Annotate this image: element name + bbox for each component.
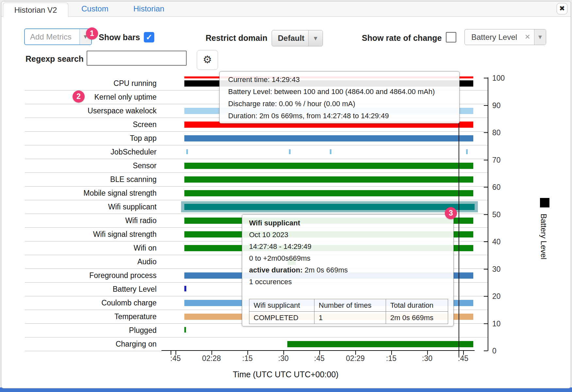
timeline-bar[interactable]: [466, 149, 468, 154]
tooltip-table-cell: 2m 0s 669ms: [386, 312, 448, 324]
row-label-ble-scanning: BLE scanning: [1, 172, 157, 186]
timeline-bar[interactable]: [184, 163, 473, 169]
y-tick: [484, 269, 488, 270]
timeline-bar[interactable]: [184, 135, 473, 141]
row-label-battery-level: Battery Level: [1, 282, 157, 296]
y-tick: [484, 296, 488, 297]
row-label-sensor: Sensor: [1, 159, 157, 172]
y-tick: [484, 160, 488, 160]
tooltip-offset-range: 0 to +2m00s669ms: [249, 253, 450, 264]
y-tick: [484, 323, 488, 324]
timeline-bar[interactable]: [287, 341, 473, 347]
y-tick-label: 90: [492, 101, 501, 110]
row-label-coulomb-charge: Coulomb charge: [1, 296, 157, 310]
x-tick-label: :15: [242, 354, 253, 363]
tooltip-occurrences: 1 occurences: [249, 276, 450, 288]
app-panel: Historian V2 Custom Historian ✖ Add Metr…: [1, 1, 571, 388]
tooltip-line: Battery Level: between 100 and 100 (4864…: [228, 86, 456, 98]
row-label-temperature: Temperature: [1, 310, 157, 323]
tooltip-table-cell: COMPLETED: [249, 312, 314, 324]
y-tick-label: 60: [492, 183, 501, 192]
y-tick-label: 40: [492, 237, 501, 246]
row-label-top-app: Top app: [1, 131, 157, 145]
row-label-mobile-signal-strength: Mobile signal strength: [1, 186, 157, 200]
row-label-charging-on: Charging on: [1, 337, 157, 351]
y-tick-label: 30: [492, 265, 501, 273]
y-tick-label: 10: [492, 319, 501, 328]
legend-label: Battery Level: [539, 214, 548, 259]
timeline-bar[interactable]: [330, 149, 331, 154]
tooltip-date: Oct 10 2023: [249, 229, 450, 241]
y-tick: [484, 214, 488, 215]
tooltip-table: Wifi supplicantNumber of timesTotal dura…: [249, 299, 448, 324]
y-tick-label: 0: [492, 347, 496, 355]
tooltip-line: Current time: 14:29:43: [228, 74, 456, 86]
legend-swatch: [540, 198, 549, 207]
row-label-wifi-signal-strength: Wifi signal strength: [1, 227, 157, 241]
row-label-wifi-supplicant: Wifi supplicant: [1, 200, 157, 214]
row-label-screen: Screen: [1, 118, 157, 131]
x-tick-label: 02:29: [346, 354, 365, 363]
timeline-bar[interactable]: [184, 176, 473, 183]
row-label-wifi-on: Wifi on: [1, 241, 157, 255]
x-tick-label: :30: [422, 354, 432, 363]
tooltip-active-duration: active duration: 2m 0s 669ms: [249, 264, 450, 276]
timeline-bar[interactable]: [184, 190, 473, 196]
x-tick-label: :45: [170, 354, 181, 363]
timeline-chart: CPU runningKernel only uptimeUserspace w…: [1, 1, 571, 388]
y-tick: [484, 105, 488, 106]
y-tick-label: 50: [492, 210, 501, 219]
row-label-plugged: Plugged: [1, 323, 157, 337]
wifi-supplicant-tooltip: Wifi supplicant Oct 10 2023 14:27:48 - 1…: [242, 214, 454, 326]
tooltip-line: Discharge rate: 0.00 % / hour (0.00 mA): [228, 98, 456, 110]
x-tick-label: :45: [458, 354, 468, 363]
current-time-line: [459, 123, 459, 357]
timeline-bar[interactable]: [186, 149, 188, 154]
x-tick-label: :45: [314, 354, 325, 363]
active-duration-label: active duration:: [249, 266, 303, 274]
y-tick: [484, 351, 488, 351]
tooltip-line: Duration: 2m 0s 669ms, from 14:27:48 to …: [228, 110, 456, 122]
timeline-bar[interactable]: [184, 327, 186, 333]
row-label-jobscheduler: JobScheduler: [1, 145, 157, 159]
row-label-foreground-process: Foreground process: [1, 269, 157, 282]
y-tick-label: 80: [492, 128, 501, 137]
timeline-bar[interactable]: [289, 149, 291, 154]
timeline-bar[interactable]: [184, 286, 186, 291]
tooltip-table-cell: Total duration: [386, 299, 448, 312]
current-time-tooltip: Current time: 14:29:43Battery Level: bet…: [219, 71, 460, 123]
annotation-badge-1: 1: [86, 27, 98, 40]
row-label-wifi-radio: Wifi radio: [1, 214, 157, 227]
y-axis-line: [488, 77, 488, 351]
tooltip-time-range: 14:27:48 - 14:29:49: [249, 241, 450, 253]
active-duration-value: 2m 0s 669ms: [303, 266, 348, 274]
row-label-userspace-wakelock: Userspace wakelock: [1, 104, 157, 118]
x-tick-label: :30: [278, 354, 289, 363]
y-tick-label: 20: [492, 292, 501, 301]
y-tick: [484, 241, 488, 242]
y-tick-label: 100: [492, 74, 505, 83]
tooltip-table-cell: 1: [314, 312, 386, 324]
row-label-cpu-running: CPU running: [1, 76, 157, 90]
x-tick-label: :15: [386, 354, 396, 363]
tooltip-table-cell: Wifi supplicant: [249, 299, 314, 312]
y-tick: [484, 187, 488, 188]
x-tick-label: 02:28: [202, 354, 221, 363]
x-axis-title: Time (UTC UTC UTC+00:00): [184, 370, 387, 379]
y-tick-label: 70: [492, 155, 501, 164]
y-tick: [484, 78, 488, 78]
annotation-badge-3: 3: [445, 207, 457, 219]
row-label-audio: Audio: [1, 255, 157, 269]
tooltip-title: Wifi supplicant: [249, 217, 450, 229]
annotation-badge-2: 2: [73, 90, 85, 103]
timeline-bar[interactable]: [184, 204, 475, 210]
tooltip-table-cell: Number of times: [314, 299, 386, 312]
row-separator: [25, 351, 161, 351]
y-tick: [484, 132, 488, 133]
